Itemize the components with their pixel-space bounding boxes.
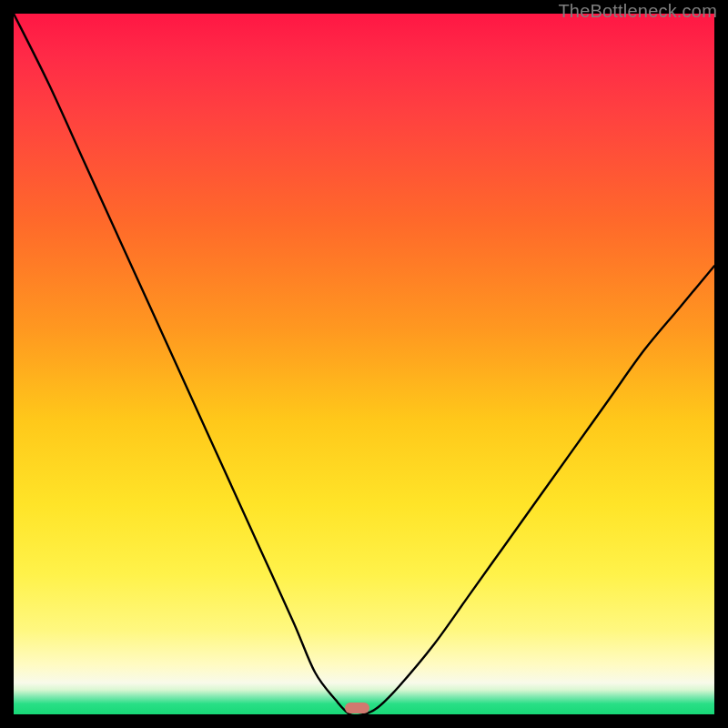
- bottleneck-curve: [14, 14, 714, 714]
- plot-area: [14, 14, 714, 714]
- optimal-marker: [345, 703, 369, 713]
- chart-frame: TheBottleneck.com: [0, 0, 728, 728]
- watermark-text: TheBottleneck.com: [558, 1, 717, 22]
